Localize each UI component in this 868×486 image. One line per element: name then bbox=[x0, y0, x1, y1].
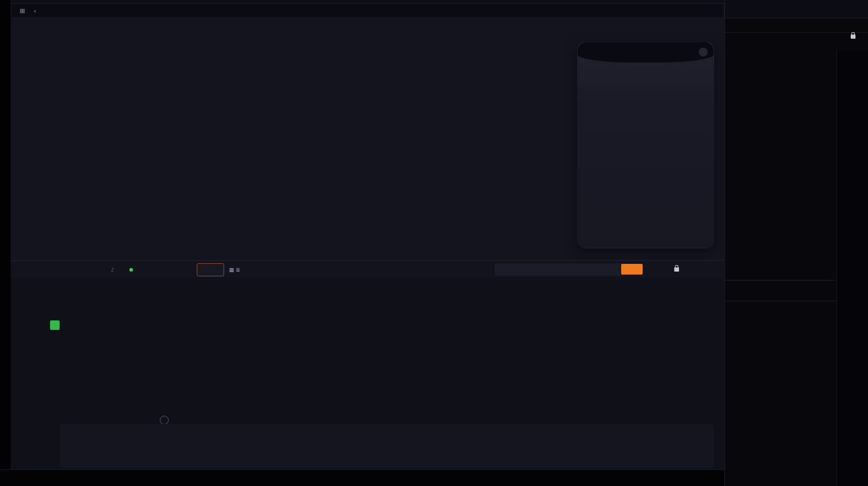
live-dot-icon bbox=[129, 268, 133, 272]
price-readout bbox=[128, 267, 135, 273]
mini-gauges-strip bbox=[60, 424, 714, 468]
gauge-cap-button[interactable] bbox=[699, 48, 708, 57]
sidebar-toolbar bbox=[725, 0, 868, 18]
gauge-widget-card bbox=[577, 42, 714, 248]
mute-icon[interactable]: ♪ bbox=[111, 267, 114, 273]
sidebar-tabs bbox=[725, 18, 868, 33]
trading-dashboard: ⊞ ‹ ♪ ▦ ≣ bbox=[0, 0, 868, 486]
axis-circle-icon[interactable] bbox=[160, 416, 169, 425]
grid-view-icon[interactable]: ▦ ≣ bbox=[229, 267, 240, 273]
right-sidebar bbox=[724, 0, 868, 486]
gauge-card-cap bbox=[578, 42, 714, 63]
clock-readout bbox=[671, 267, 679, 273]
status-pill[interactable] bbox=[495, 263, 624, 276]
app-grid-icon[interactable]: ⊞ bbox=[20, 7, 25, 15]
buy-button[interactable] bbox=[621, 264, 643, 275]
left-edge-strip bbox=[0, 0, 11, 486]
legend-green-square[interactable] bbox=[50, 320, 60, 330]
interval-650-button[interactable] bbox=[197, 263, 224, 276]
sidebar-header bbox=[725, 33, 868, 49]
chart-toolbar: ♪ ▦ ≣ bbox=[11, 260, 724, 279]
lock-icon bbox=[674, 267, 679, 272]
back-icon[interactable]: ‹ bbox=[33, 7, 36, 15]
sidebar-lower-tabs bbox=[725, 280, 836, 301]
lock-icon bbox=[848, 33, 855, 40]
price-rail bbox=[836, 50, 868, 486]
window-titlebar: ⊞ ‹ bbox=[11, 3, 724, 18]
